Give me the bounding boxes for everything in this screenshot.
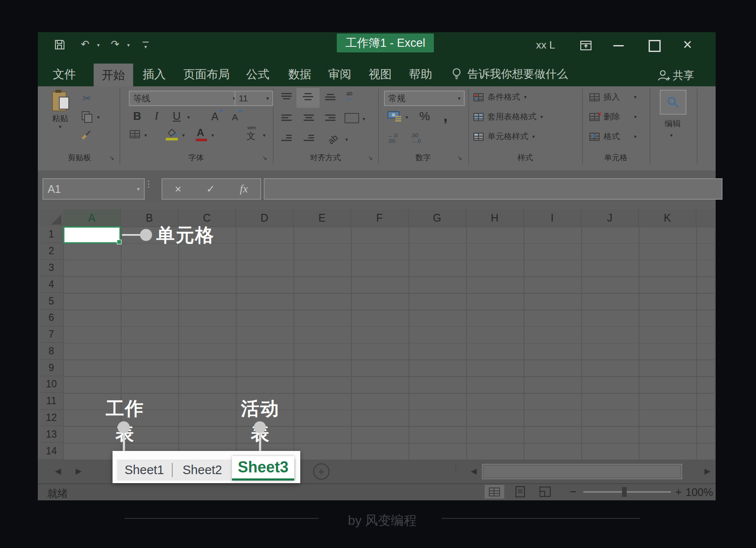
insert-cells-button[interactable]: ← 插入 ▾ [589, 91, 637, 103]
zoom-slider-thumb[interactable] [622, 487, 627, 497]
row-header[interactable]: 13 [40, 426, 63, 443]
decrease-indent-icon[interactable]: ← [281, 134, 292, 143]
view-page-break-button[interactable] [535, 485, 555, 499]
editing-caret-icon[interactable]: ▾ [670, 133, 673, 138]
tab-insert[interactable]: 插入 [143, 67, 166, 82]
row-header[interactable]: 10 [40, 376, 63, 393]
confirm-entry-icon[interactable]: ✓ [206, 183, 215, 195]
row-header[interactable]: 12 [40, 410, 63, 426]
qat-customize-icon[interactable]: ▾ [143, 42, 149, 50]
tab-data[interactable]: 数据 [288, 67, 311, 82]
wrap-text-button[interactable]: abc↵ [346, 91, 354, 102]
copy-caret-icon[interactable]: ▾ [97, 115, 100, 120]
save-icon[interactable] [54, 39, 65, 50]
hscroll-left-icon[interactable]: ◀ [471, 466, 477, 476]
row-header[interactable]: 4 [40, 276, 63, 293]
close-button[interactable]: × [683, 36, 692, 54]
maximize-button[interactable] [649, 40, 661, 52]
sheet-tab-sheet3-active[interactable]: Sheet3 [232, 456, 294, 481]
borders-icon[interactable] [130, 130, 140, 138]
merge-caret-icon[interactable]: ▾ [363, 116, 365, 122]
sheet-nav-right-icon[interactable]: ▶ [76, 466, 82, 476]
format-cells-button[interactable]: 格式 ▾ [589, 131, 637, 142]
column-header[interactable]: E [293, 209, 351, 226]
tell-me-search[interactable]: 告诉我你想要做什么 [467, 67, 568, 82]
view-page-layout-button[interactable] [510, 485, 530, 499]
italic-button[interactable]: I [155, 110, 159, 122]
phonetic-caret-icon[interactable]: ▾ [263, 133, 265, 138]
formula-bar-grip-icon[interactable]: ⋮ [144, 182, 153, 186]
orientation-caret-icon[interactable]: ▾ [345, 137, 348, 142]
row-header[interactable]: 9 [40, 359, 63, 376]
tab-home[interactable]: 开始 [94, 64, 133, 86]
hscrollbar-thumb[interactable] [484, 466, 680, 478]
increase-indent-icon[interactable]: → [303, 134, 314, 143]
number-dialog-launcher-icon[interactable]: ↘ [457, 154, 462, 161]
merge-center-icon[interactable]: ↔ [344, 113, 359, 123]
name-box[interactable]: A1 ▾ [43, 178, 145, 200]
percent-style-button[interactable]: % [419, 110, 430, 123]
tabstrip-grip-icon[interactable]: ⋮ [452, 465, 460, 469]
column-header-partial[interactable] [696, 209, 714, 226]
row-header[interactable]: 3 [40, 260, 63, 277]
currency-icon[interactable] [387, 110, 402, 122]
sheet-tab-sheet1[interactable]: Sheet1 [117, 460, 172, 481]
orientation-button[interactable]: ab [326, 133, 340, 146]
column-header-a[interactable]: A [63, 209, 121, 226]
font-name-select[interactable]: 等线 ▾ [129, 91, 240, 106]
increase-decimal-button[interactable]: ←.0.00 [387, 133, 398, 144]
align-center-icon[interactable] [303, 114, 314, 122]
font-dialog-launcher-icon[interactable]: ↘ [262, 154, 267, 161]
row-header[interactable]: 14 [40, 443, 63, 460]
undo-caret-icon[interactable]: ▾ [97, 43, 100, 48]
user-account-label[interactable]: xx L [536, 39, 555, 51]
row-header[interactable]: 7 [40, 326, 63, 343]
select-all-button[interactable] [40, 209, 64, 227]
conditional-formatting-button[interactable]: 条件格式 ▾ [473, 91, 527, 103]
align-left-icon[interactable] [281, 114, 292, 122]
underline-button[interactable]: U [173, 110, 181, 123]
number-format-select[interactable]: 常规 ▾ [384, 91, 465, 106]
zoom-in-icon[interactable]: + [675, 485, 682, 499]
format-painter-icon[interactable] [81, 129, 92, 140]
cell-styles-button[interactable]: 单元格样式 ▾ [473, 131, 535, 142]
bottom-align-icon[interactable] [325, 92, 336, 101]
font-color-icon[interactable]: A [197, 127, 204, 139]
cancel-entry-icon[interactable]: × [175, 183, 181, 196]
clipboard-dialog-launcher-icon[interactable]: ↘ [109, 154, 114, 161]
decrease-decimal-button[interactable]: .00→.0 [411, 133, 421, 144]
cut-icon[interactable]: ✂ [82, 92, 91, 104]
column-header[interactable]: I [524, 209, 581, 226]
column-header[interactable]: H [466, 209, 524, 226]
format-as-table-button[interactable]: 套用表格格式 ▾ [473, 111, 543, 122]
row-header[interactable]: 6 [40, 310, 63, 326]
comma-style-button[interactable]: , [443, 107, 448, 125]
paste-button[interactable]: 粘贴 ▾ [45, 90, 76, 129]
undo-icon[interactable]: ↶ [81, 39, 89, 49]
currency-caret-icon[interactable]: ▾ [405, 115, 408, 120]
tab-formulas[interactable]: 公式 [246, 67, 269, 82]
tab-help[interactable]: 帮助 [409, 67, 432, 82]
tab-view[interactable]: 视图 [369, 67, 392, 82]
redo-icon[interactable]: ↷ [111, 39, 119, 49]
fill-color-icon[interactable] [165, 128, 178, 138]
column-header[interactable]: D [236, 209, 293, 226]
row-header[interactable]: 1 [40, 226, 63, 243]
zoom-slider-track[interactable] [583, 491, 671, 493]
font-color-caret-icon[interactable]: ▾ [211, 133, 214, 138]
row-header[interactable]: 5 [40, 293, 63, 310]
insert-function-icon[interactable]: fx [240, 183, 248, 195]
zoom-level-label[interactable]: 100% [686, 486, 712, 499]
formula-input[interactable] [264, 178, 722, 200]
row-header[interactable]: 2 [40, 243, 63, 260]
decrease-font-button[interactable]: A [232, 112, 238, 122]
copy-icon[interactable] [82, 111, 90, 120]
selected-cell-a1[interactable] [63, 226, 121, 244]
tab-review[interactable]: 审阅 [328, 67, 351, 82]
align-right-icon[interactable] [325, 114, 336, 122]
column-header[interactable]: J [581, 209, 639, 226]
borders-caret-icon[interactable]: ▾ [144, 133, 147, 138]
increase-font-button[interactable]: A [211, 110, 219, 123]
bold-button[interactable]: B [133, 110, 141, 123]
sheet-nav-left-icon[interactable]: ◀ [55, 466, 61, 476]
